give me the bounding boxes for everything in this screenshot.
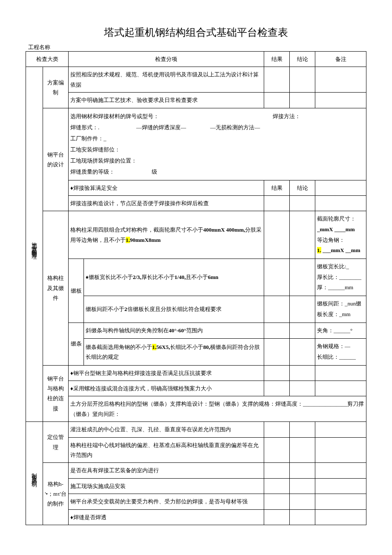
subgroup-positioning: 定位管理 <box>43 422 69 463</box>
text: 2/3, <box>133 274 141 280</box>
conclusion-cell[interactable] <box>290 509 315 525</box>
note-cell[interactable] <box>315 422 366 437</box>
check-item: 土方分层开挖后格构柱间的型钢（缀条）支撑构造设计：型钢（缀条）支撑的规格：焊缝高… <box>69 396 366 422</box>
text: 选用钢材和焊接材料的牌号或型号： <box>70 113 159 119</box>
note-cell: 角钢规格：— 长细比：______ <box>315 339 366 365</box>
note-cell: 缀板间距：_nun缀板长度：_mm <box>315 296 366 323</box>
project-name-label: 工程名称 <box>26 44 366 51</box>
header-major: 检查大类 <box>26 52 69 67</box>
text: 40°-60° <box>169 327 186 334</box>
conclusion-cell[interactable] <box>290 494 315 509</box>
text: _mmX ____mm <box>317 224 364 235</box>
check-item: 是否在具有焊接工艺装备的室内进行 <box>69 463 264 478</box>
note-cell[interactable] <box>315 381 366 396</box>
text: 56X5, <box>156 344 170 350</box>
text: 斜缀条与构件轴线间的夹角控制在 <box>86 327 169 334</box>
check-item: ♦采用螺栓连接或混合连接方式，明确高强螺栓预案力大小 <box>69 381 264 396</box>
subgroup-banban: 缀板 <box>69 259 84 323</box>
table-row: 格构柱柱端中心线对轴线的偏差、柱基准点标高和柱轴线垂直度的偏差等在允许范围内 <box>26 437 366 463</box>
header-note: 备注 <box>315 52 366 67</box>
check-item: 格构柱柱端中心线对轴线的偏差、柱基准点标高和柱轴线垂直度的偏差等在允许范围内 <box>69 437 264 463</box>
result-cell: 结果 <box>264 180 290 195</box>
table-row: ♦焊缝是否焊透 <box>26 509 366 525</box>
note-cell[interactable] <box>315 67 366 93</box>
check-item: 灌注桩成孔的中心位置、孔深、孔径、垂直度等在误差允许范围内 <box>69 422 264 437</box>
note-cell[interactable] <box>315 437 366 463</box>
conclusion-cell[interactable] <box>290 211 315 259</box>
header-conclusion: 结论 <box>290 52 315 67</box>
highlight-text: 1. <box>317 247 321 253</box>
conclusion-cell[interactable] <box>290 93 315 108</box>
result-cell[interactable] <box>264 509 290 525</box>
conclusion-cell[interactable] <box>290 339 315 365</box>
conclusion-cell[interactable] <box>290 195 315 211</box>
text: 格构柱采用四肢组合式对称构件，截面轮廓尺寸不小于 <box>70 227 203 233</box>
table-row: 焊接连接构造设计，节点区是否便于焊接操作和焊后检查 <box>26 195 366 211</box>
conclusion-cell[interactable] <box>290 67 315 93</box>
note-cell[interactable] <box>315 180 366 195</box>
table-row: ♦采用螺栓连接或混合连接方式，明确高强螺栓预案力大小 <box>26 381 366 396</box>
result-cell[interactable] <box>264 323 290 339</box>
table-row: 缀板 ♦缀板宽长比不小于2/3,厚长比不小于1/40,且不小于6mn 缀板宽长比… <box>26 259 366 296</box>
subgroup-plan: 方案编制 <box>43 67 69 108</box>
text: 焊缝质量的等级： <box>70 169 115 175</box>
result-cell[interactable] <box>264 437 290 463</box>
check-item: 施工现场实施成品安装 <box>69 478 264 494</box>
conclusion-cell[interactable] <box>290 323 315 339</box>
conclusion-cell[interactable] <box>290 296 315 323</box>
conclusion-cell[interactable] <box>290 259 315 296</box>
text: 级 <box>152 169 157 175</box>
text: ♦缀板宽长比不小于 <box>86 274 133 280</box>
result-cell[interactable] <box>264 463 290 478</box>
note-cell[interactable] <box>315 463 366 478</box>
check-item: 方案中明确施工工艺技术、验收要求及日常检查要求 <box>69 93 264 108</box>
highlight-text: 1. <box>152 344 156 350</box>
text: 工地现场拼装焊接的位置： <box>70 155 364 166</box>
table-row: 方案中明确施工工艺技术、验收要求及日常检查要求 <box>26 93 366 108</box>
text: —焊缝的焊透深度— <box>136 124 186 131</box>
header-result: 结果 <box>264 52 290 67</box>
result-cell[interactable] <box>264 365 290 381</box>
result-cell[interactable] <box>264 494 290 509</box>
text: 且不小于 <box>186 274 208 280</box>
result-cell[interactable] <box>264 478 290 494</box>
note-cell[interactable] <box>315 365 366 381</box>
result-cell[interactable] <box>264 195 290 211</box>
note-cell[interactable] <box>315 509 366 525</box>
result-cell[interactable] <box>264 296 290 323</box>
conclusion-cell[interactable] <box>290 365 315 381</box>
subgroup-fabrication: 格构h-'•；mτ'台的制作 <box>43 463 69 525</box>
result-cell[interactable] <box>264 67 290 93</box>
conclusion-cell[interactable] <box>290 381 315 396</box>
check-item: 焊接连接构造设计，节点区是否便于焊接操作和焊后检查 <box>69 195 264 211</box>
conclusion-cell[interactable] <box>290 422 315 437</box>
text: 范围内 <box>186 327 203 334</box>
result-cell[interactable] <box>264 211 290 259</box>
conclusion-cell[interactable] <box>290 437 315 463</box>
result-cell[interactable] <box>264 93 290 108</box>
text: 工厂制作件：_ <box>70 133 364 144</box>
result-cell[interactable] <box>264 259 290 296</box>
result-cell[interactable] <box>264 339 290 365</box>
table-row: 土方分层开挖后格构柱间的型钢（缀条）支撑构造设计：型钢（缀条）支撑的规格：焊缝高… <box>26 396 366 422</box>
subgroup-lattice: 格构柱及其缀件 <box>43 211 69 365</box>
result-cell[interactable] <box>264 422 290 437</box>
conclusion-cell[interactable] <box>290 463 315 478</box>
conclusion-cell[interactable] <box>290 478 315 494</box>
text: 厚长比不小于 <box>141 274 175 280</box>
note-cell[interactable] <box>315 195 366 211</box>
text: 80, <box>203 344 210 350</box>
check-item: ♦焊接验算满足安全 <box>69 180 264 195</box>
note-cell[interactable] <box>315 478 366 494</box>
result-cell[interactable] <box>264 381 290 396</box>
text: 400mınX 400mm, <box>203 227 245 233</box>
text: 截面轮廓尺寸： <box>317 214 364 224</box>
header-subitem: 检查分项 <box>69 52 264 67</box>
text: 缀条截面选用角钢的不小于 <box>86 344 152 350</box>
note-cell[interactable] <box>315 494 366 509</box>
check-item: ♦钢平台型钢主梁与格构柱焊接连接是否满足抗压抗拔要求 <box>69 365 264 381</box>
table-row: 格构h-'•；mτ'台的制作 是否在具有焊接工艺装备的室内进行 <box>26 463 366 478</box>
note-cell[interactable] <box>315 93 366 108</box>
table-row: 施工方案编制管理 方案编制 按照相应的技术规程、规范、塔机使用说明书及市级及以上… <box>26 67 366 93</box>
table-row: 缀条 斜缀条与构件轴线间的夹角控制在40°-60°范围内 夹角：______° <box>26 323 366 339</box>
